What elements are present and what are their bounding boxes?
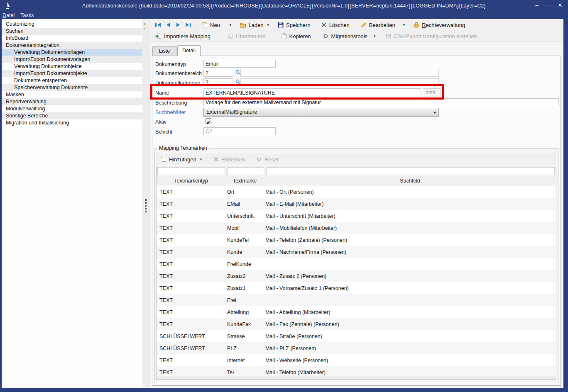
next-record-button[interactable] (174, 22, 182, 28)
menu-tasks[interactable]: Tasks (20, 12, 34, 19)
sidebar-nav: CustomizingSuchenInfoBoardDokumenteninte… (2, 21, 142, 127)
cell-suchfeld: Mail - Fax (Zentrale) (Personen) (264, 321, 556, 327)
dokumentenbereich-input[interactable] (203, 69, 233, 77)
sidebar-item-modulverwaltung[interactable]: Modulverwaltung (2, 105, 142, 112)
table-row[interactable]: TEXT Internet Mail - Webseite (Personen) (157, 354, 556, 366)
table-row[interactable]: TEXT Zusatz2 Mail - Zusatz 2 (Personen) (157, 270, 556, 282)
column-header-suchfeld[interactable]: Suchfeld (264, 176, 556, 185)
new-document-icon (201, 22, 208, 28)
sidebar-item-masken[interactable]: Masken (2, 91, 142, 98)
sidebar-item-verwaltung-dokumentobjekte[interactable]: Verwaltung Dokumentobjekte (2, 63, 142, 70)
hinzufuegen-dropdown-caret[interactable]: ▾ (200, 157, 202, 161)
kopieren-button[interactable]: Kopieren (278, 32, 313, 40)
sidebar-item-reportverwaltung[interactable]: Reportverwaltung (2, 98, 142, 105)
reset-button[interactable]: ↻ Reset (253, 155, 281, 163)
table-row[interactable]: TEXT EMail Mail - E-Mail (Mitarbeiter) (157, 198, 556, 210)
splitter-right-icon[interactable]: › (144, 26, 145, 31)
table-row[interactable]: TEXT KundeTel Mail - Telefon (Zentrale) … (157, 234, 556, 246)
close-button[interactable]: ✕ (556, 2, 564, 9)
table-row[interactable]: TEXT Zusatz1 Mail - Vorname/Zusatz 1 (Pe… (157, 282, 556, 294)
neu-dropdown-caret[interactable]: ▾ (230, 23, 232, 27)
neu-button[interactable]: Neu ▾ (199, 21, 234, 29)
name-input[interactable] (203, 88, 421, 97)
table-row[interactable]: TEXT Kunde Mail - Nachname/Firma (Person… (157, 246, 556, 258)
importiere-mapping-button[interactable]: Importiere Mapping (153, 32, 213, 40)
aktiv-checkbox[interactable]: ✔ (206, 118, 211, 124)
csv-export-button[interactable]: CSV-Export Konfiguration erstellen (382, 32, 480, 40)
loeschen-button[interactable]: Löschen (318, 21, 352, 29)
main-toolbar: Neu ▾ Laden ▾ Speichern Löschen (150, 19, 563, 31)
sidebar-item-dokumente-entsperren[interactable]: Dokumente entsperren (2, 77, 142, 84)
bearbeiten-dropdown-caret[interactable]: ▾ (403, 23, 405, 27)
dokumentkategorie-input[interactable] (203, 78, 233, 86)
bearbeiten-button[interactable]: Bearbeiten ▾ (358, 21, 407, 29)
migrationstools-button[interactable]: ⚙ Migrationstools ▾ (320, 32, 378, 40)
column-header-textmarke[interactable]: Textmarke (225, 176, 264, 185)
name-label: Name (155, 90, 169, 96)
tab-detail[interactable]: Detail (177, 45, 201, 56)
migrationstools-dropdown-caret[interactable]: ▾ (374, 34, 376, 38)
table-row[interactable]: TEXT Ort Mail - Ort (Personen) (157, 186, 556, 198)
tab-liste[interactable]: Liste (152, 46, 176, 56)
cell-textmarkentyp: TEXT (157, 370, 225, 375)
dokumenttyp-input[interactable] (203, 60, 276, 68)
cell-textmarke: Tel (225, 370, 264, 375)
sidebar-item-sonstige-bereiche[interactable]: Sonstige Bereiche (2, 112, 142, 119)
splitter-handle[interactable] (145, 199, 147, 214)
filter-suchfeld-input[interactable] (266, 167, 555, 175)
table-row[interactable]: SCHLÜSSELWERT Strasse Mail - Straße (Per… (157, 330, 556, 342)
cell-textmarkentyp: TEXT (157, 213, 225, 219)
menu-bar: Datei Tasks (2, 12, 34, 19)
sidebar-item-migration-und-initialisierung[interactable]: Migration und Initialisierung (2, 119, 142, 127)
cell-suchfeld: Mail - Webseite (Personen) (264, 358, 556, 363)
sidebar-item-customizing[interactable]: Customizing (2, 21, 142, 28)
previous-record-button[interactable] (164, 22, 172, 28)
mapping-textmarken-group: Mapping Textmarken Hinzufügen ▾ Entferne… (154, 148, 558, 383)
filter-textmarke-input[interactable] (227, 167, 264, 175)
last-record-button[interactable] (184, 22, 192, 28)
minimize-button[interactable]: – (533, 2, 541, 9)
table-row[interactable]: TEXT FreiKunde (157, 258, 556, 270)
sidebar-item-infoboard[interactable]: InfoBoard (2, 35, 142, 42)
sidebar-item-import-export-dokumentobjekte[interactable]: Import/Export Dokumentobjekte (2, 70, 142, 77)
cell-textmarkentyp: TEXT (157, 297, 225, 303)
menu-datei[interactable]: Datei (2, 12, 15, 19)
table-row[interactable]: TEXT KundeFax Mail - Fax (Zentrale) (Per… (157, 318, 556, 330)
column-header-textmarkentyp[interactable]: Textmarkentyp (157, 176, 225, 185)
add-document-icon (160, 156, 167, 163)
sidebar-item-verwaltung-dokumentvorlagen[interactable]: Verwaltung Dokumentvorlagen (2, 49, 142, 56)
hinzufuegen-button[interactable]: Hinzufügen ▾ (158, 155, 204, 163)
speichern-button[interactable]: Speichern (275, 21, 313, 29)
table-row[interactable]: TEXT Mobil Mail - Mobiltelefon (Mitarbei… (157, 222, 556, 234)
first-record-button[interactable] (154, 22, 162, 28)
filter-textmarkentyp-input[interactable] (157, 167, 225, 175)
splitter-left-icon[interactable]: ‹ (144, 22, 145, 26)
sidebar-item-suchen[interactable]: Suchen (2, 28, 142, 35)
sidebar-item-dokumentenintegration[interactable]: Dokumentenintegration (2, 42, 142, 49)
splitter-gutter[interactable]: ‹ › (142, 19, 150, 388)
laden-button[interactable]: Laden ▾ (237, 21, 272, 29)
import-mapping-icon (155, 33, 162, 39)
cell-textmarkentyp: TEXT (157, 201, 225, 207)
table-row[interactable]: TEXT Tel Mail - Telefon (Mitarbeiter) (157, 366, 556, 376)
sidebar-item-speicherverwaltung-dokumente[interactable]: Speicherverwaltung Dokumente (2, 84, 142, 91)
maximize-button[interactable]: □ (545, 2, 552, 9)
beschreibung-input[interactable] (203, 98, 559, 106)
cell-textmarkentyp: TEXT (157, 309, 225, 315)
mapping-h-scrollbar[interactable] (157, 376, 556, 379)
rechteverwaltung-button[interactable]: Rechteverwaltung (411, 21, 468, 29)
entfernen-button[interactable]: Entfernen (210, 155, 247, 163)
uebersteuern-button[interactable]: Übersteuern (225, 32, 268, 40)
laden-dropdown-caret[interactable]: ▾ (267, 23, 269, 27)
suchbehaelter-label[interactable]: Suchbehälter (155, 110, 186, 115)
table-row[interactable]: TEXT Unterschrift Mail - Unterschrift (M… (157, 210, 556, 222)
suchbehaelter-select[interactable]: ExternalMailSignature ▾ (203, 108, 439, 117)
cell-textmarke: KundeFax (225, 321, 264, 327)
table-row[interactable]: SCHLÜSSELWERT PLZ Mail - PLZ (Personen) (157, 342, 556, 354)
table-row[interactable]: TEXT Abteilung Mail - Abteilung (Mitarbe… (157, 306, 556, 318)
mapping-filter-row (157, 166, 556, 176)
table-row[interactable]: TEXT Frei (157, 294, 556, 306)
splitter-collapse-buttons[interactable]: ‹ › (144, 22, 145, 31)
cell-textmarke: Kunde (225, 249, 264, 255)
sidebar-item-import-export-dokumentvorlagen[interactable]: Import/Export Dokumentvorlagen (2, 56, 142, 63)
